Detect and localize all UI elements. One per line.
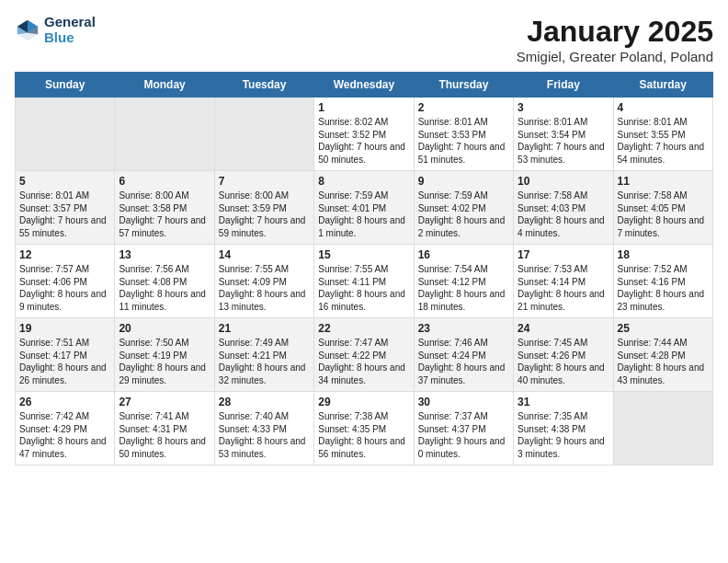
day-number: 9: [418, 175, 509, 188]
calendar-week-row: 5Sunrise: 8:01 AMSunset: 3:57 PMDaylight…: [16, 171, 713, 245]
day-header-thursday: Thursday: [414, 73, 513, 98]
calendar-cell: 20Sunrise: 7:50 AMSunset: 4:19 PMDayligh…: [115, 318, 214, 392]
day-number: 22: [318, 322, 409, 335]
calendar-cell: 11Sunrise: 7:58 AMSunset: 4:05 PMDayligh…: [613, 171, 712, 245]
calendar-cell: 2Sunrise: 8:01 AMSunset: 3:53 PMDaylight…: [414, 98, 513, 171]
day-number: 16: [418, 248, 509, 261]
calendar-cell: 12Sunrise: 7:57 AMSunset: 4:06 PMDayligh…: [16, 245, 115, 318]
day-number: 24: [518, 322, 609, 335]
day-number: 7: [219, 175, 310, 188]
day-number: 5: [19, 175, 110, 188]
cell-content: Sunrise: 7:55 AMSunset: 4:11 PMDaylight:…: [318, 263, 409, 313]
page-title: January 2025: [517, 15, 713, 49]
logo-icon: [15, 17, 40, 43]
day-number: 6: [119, 175, 210, 188]
day-number: 8: [318, 175, 409, 188]
day-header-sunday: Sunday: [16, 73, 115, 98]
day-number: 30: [418, 396, 509, 408]
cell-content: Sunrise: 7:42 AMSunset: 4:29 PMDaylight:…: [19, 410, 110, 460]
cell-content: Sunrise: 8:01 AMSunset: 3:54 PMDaylight:…: [518, 116, 609, 166]
calendar-cell: 5Sunrise: 8:01 AMSunset: 3:57 PMDaylight…: [16, 171, 115, 245]
page-subtitle: Smigiel, Greater Poland, Poland: [517, 49, 713, 64]
calendar-cell: 6Sunrise: 8:00 AMSunset: 3:58 PMDaylight…: [115, 171, 214, 245]
day-number: 23: [418, 322, 509, 335]
calendar-cell: 7Sunrise: 8:00 AMSunset: 3:59 PMDaylight…: [214, 171, 313, 245]
calendar-cell: 19Sunrise: 7:51 AMSunset: 4:17 PMDayligh…: [16, 318, 115, 392]
calendar-cell: 8Sunrise: 7:59 AMSunset: 4:01 PMDaylight…: [314, 171, 414, 245]
calendar-week-row: 1Sunrise: 8:02 AMSunset: 3:52 PMDaylight…: [16, 98, 713, 171]
day-header-friday: Friday: [514, 73, 613, 98]
day-number: 19: [19, 322, 110, 335]
day-number: 29: [318, 396, 409, 408]
day-number: 21: [219, 322, 310, 335]
day-header-saturday: Saturday: [613, 73, 712, 98]
calendar-table: SundayMondayTuesdayWednesdayThursdayFrid…: [15, 72, 713, 465]
calendar-cell: 28Sunrise: 7:40 AMSunset: 4:33 PMDayligh…: [214, 392, 313, 465]
calendar-cell: 15Sunrise: 7:55 AMSunset: 4:11 PMDayligh…: [314, 245, 414, 318]
cell-content: Sunrise: 7:58 AMSunset: 4:05 PMDaylight:…: [618, 190, 709, 239]
calendar-cell: 17Sunrise: 7:53 AMSunset: 4:14 PMDayligh…: [514, 245, 613, 318]
cell-content: Sunrise: 7:50 AMSunset: 4:19 PMDaylight:…: [119, 337, 210, 386]
calendar-cell: 4Sunrise: 8:01 AMSunset: 3:55 PMDaylight…: [613, 98, 712, 171]
cell-content: Sunrise: 7:51 AMSunset: 4:17 PMDaylight:…: [19, 337, 110, 386]
cell-content: Sunrise: 7:44 AMSunset: 4:28 PMDaylight:…: [618, 337, 709, 386]
cell-content: Sunrise: 7:58 AMSunset: 4:03 PMDaylight:…: [518, 190, 609, 239]
cell-content: Sunrise: 7:46 AMSunset: 4:24 PMDaylight:…: [418, 337, 509, 386]
cell-content: Sunrise: 8:00 AMSunset: 3:59 PMDaylight:…: [219, 190, 310, 239]
cell-content: Sunrise: 7:54 AMSunset: 4:12 PMDaylight:…: [418, 263, 509, 313]
cell-content: Sunrise: 8:02 AMSunset: 3:52 PMDaylight:…: [318, 116, 409, 166]
calendar-cell: 10Sunrise: 7:58 AMSunset: 4:03 PMDayligh…: [514, 171, 613, 245]
calendar-cell: 21Sunrise: 7:49 AMSunset: 4:21 PMDayligh…: [214, 318, 313, 392]
cell-content: Sunrise: 7:45 AMSunset: 4:26 PMDaylight:…: [518, 337, 609, 386]
calendar-cell: 3Sunrise: 8:01 AMSunset: 3:54 PMDaylight…: [514, 98, 613, 171]
day-number: 28: [219, 396, 310, 408]
cell-content: Sunrise: 7:35 AMSunset: 4:38 PMDaylight:…: [518, 410, 609, 460]
calendar-cell: 16Sunrise: 7:54 AMSunset: 4:12 PMDayligh…: [414, 245, 513, 318]
cell-content: Sunrise: 7:52 AMSunset: 4:16 PMDaylight:…: [618, 263, 709, 313]
calendar-cell: [16, 98, 115, 171]
cell-content: Sunrise: 8:01 AMSunset: 3:55 PMDaylight:…: [618, 116, 709, 166]
day-header-tuesday: Tuesday: [214, 73, 313, 98]
cell-content: Sunrise: 7:53 AMSunset: 4:14 PMDaylight:…: [518, 263, 609, 313]
calendar-cell: 9Sunrise: 7:59 AMSunset: 4:02 PMDaylight…: [414, 171, 513, 245]
cell-content: Sunrise: 7:37 AMSunset: 4:37 PMDaylight:…: [418, 410, 509, 460]
day-number: 13: [119, 248, 210, 261]
cell-content: Sunrise: 8:00 AMSunset: 3:58 PMDaylight:…: [119, 190, 210, 239]
header: General Blue January 2025 Smigiel, Great…: [15, 15, 713, 64]
calendar-cell: [613, 392, 712, 465]
cell-content: Sunrise: 7:59 AMSunset: 4:02 PMDaylight:…: [418, 190, 509, 239]
day-number: 11: [618, 175, 709, 188]
calendar-cell: 22Sunrise: 7:47 AMSunset: 4:22 PMDayligh…: [314, 318, 414, 392]
calendar-cell: [115, 98, 214, 171]
day-number: 25: [618, 322, 709, 335]
cell-content: Sunrise: 7:38 AMSunset: 4:35 PMDaylight:…: [318, 410, 409, 460]
cell-content: Sunrise: 8:01 AMSunset: 3:57 PMDaylight:…: [19, 190, 110, 239]
calendar-cell: 27Sunrise: 7:41 AMSunset: 4:31 PMDayligh…: [115, 392, 214, 465]
cell-content: Sunrise: 7:41 AMSunset: 4:31 PMDaylight:…: [119, 410, 210, 460]
day-number: 12: [19, 248, 110, 261]
day-number: 20: [119, 322, 210, 335]
day-number: 2: [418, 101, 509, 114]
calendar-week-row: 26Sunrise: 7:42 AMSunset: 4:29 PMDayligh…: [16, 392, 713, 465]
calendar-cell: 26Sunrise: 7:42 AMSunset: 4:29 PMDayligh…: [16, 392, 115, 465]
calendar-cell: 23Sunrise: 7:46 AMSunset: 4:24 PMDayligh…: [414, 318, 513, 392]
cell-content: Sunrise: 7:57 AMSunset: 4:06 PMDaylight:…: [19, 263, 110, 313]
day-number: 26: [19, 396, 110, 408]
cell-content: Sunrise: 7:56 AMSunset: 4:08 PMDaylight:…: [119, 263, 210, 313]
calendar-week-row: 12Sunrise: 7:57 AMSunset: 4:06 PMDayligh…: [16, 245, 713, 318]
cell-content: Sunrise: 7:59 AMSunset: 4:01 PMDaylight:…: [318, 190, 409, 239]
calendar-cell: 18Sunrise: 7:52 AMSunset: 4:16 PMDayligh…: [613, 245, 712, 318]
calendar-week-row: 19Sunrise: 7:51 AMSunset: 4:17 PMDayligh…: [16, 318, 713, 392]
day-number: 4: [618, 101, 709, 114]
cell-content: Sunrise: 7:55 AMSunset: 4:09 PMDaylight:…: [219, 263, 310, 313]
day-number: 17: [518, 248, 609, 261]
day-number: 1: [318, 101, 409, 114]
day-number: 3: [518, 101, 609, 114]
calendar-cell: 13Sunrise: 7:56 AMSunset: 4:08 PMDayligh…: [115, 245, 214, 318]
calendar-cell: [214, 98, 313, 171]
day-number: 10: [518, 175, 609, 188]
page-container: General Blue January 2025 Smigiel, Great…: [0, 0, 728, 473]
logo-text-line1: General: [44, 15, 96, 30]
cell-content: Sunrise: 8:01 AMSunset: 3:53 PMDaylight:…: [418, 116, 509, 166]
logo-text-line2: Blue: [44, 30, 96, 46]
